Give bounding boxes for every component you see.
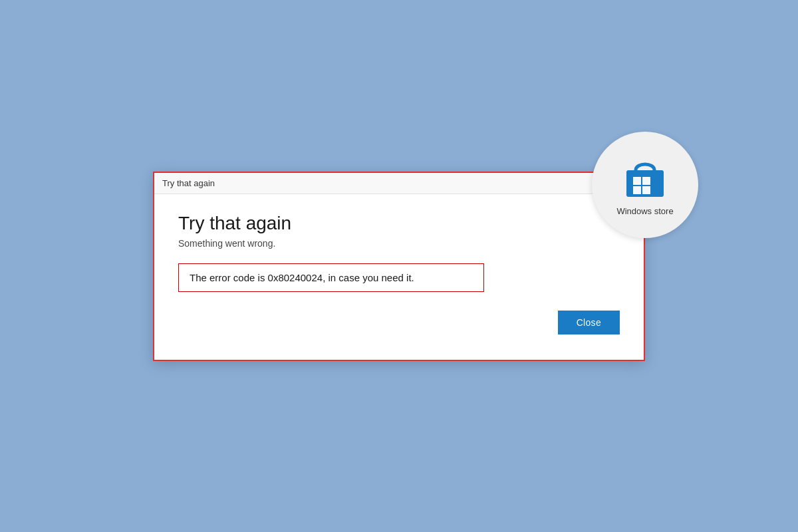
windows-store-bag-icon — [621, 153, 669, 201]
svg-rect-2 — [642, 177, 650, 185]
dialog-titlebar-text: Try that again — [162, 178, 215, 188]
dialog-titlebar: Try that again — [154, 173, 644, 194]
desktop: Windows store Try that again Try that ag… — [0, 0, 798, 532]
windows-store-icon-container: Windows store — [592, 132, 698, 238]
dialog-wrapper: Windows store Try that again Try that ag… — [153, 172, 645, 361]
dialog-title: Try that again — [178, 213, 620, 234]
store-icon-label: Windows store — [616, 206, 673, 216]
close-button[interactable]: Close — [558, 311, 620, 334]
dialog-footer: Close — [178, 311, 620, 340]
svg-rect-4 — [642, 186, 650, 194]
svg-rect-1 — [633, 177, 641, 185]
dialog-body: Try that again Something went wrong. The… — [154, 194, 644, 360]
error-code-box: The error code is 0x80240024, in case yo… — [178, 263, 484, 292]
svg-rect-3 — [633, 186, 641, 194]
error-dialog: Try that again Try that again Something … — [153, 172, 645, 361]
dialog-subtitle: Something went wrong. — [178, 238, 620, 249]
